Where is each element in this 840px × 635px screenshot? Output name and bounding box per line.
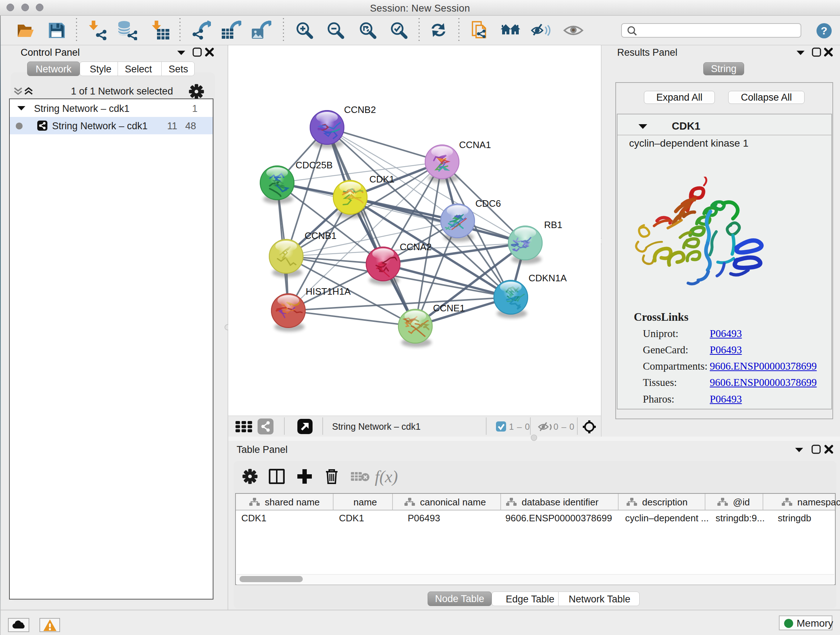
svg-text:CCNB2: CCNB2 bbox=[344, 104, 376, 115]
svg-text:?: ? bbox=[821, 25, 827, 36]
svg-text:CCNA1: CCNA1 bbox=[459, 139, 491, 150]
svg-text:CCNE1: CCNE1 bbox=[433, 302, 465, 314]
svg-text:RB1: RB1 bbox=[544, 219, 562, 230]
svg-text:HIST1H1A: HIST1H1A bbox=[306, 286, 351, 297]
svg-text:CDC25B: CDC25B bbox=[295, 160, 333, 171]
svg-text:CDC6: CDC6 bbox=[475, 198, 501, 209]
svg-text:CDK1: CDK1 bbox=[369, 174, 394, 185]
svg-text:CCNA2: CCNA2 bbox=[400, 241, 431, 252]
svg-text:CDKN1A: CDKN1A bbox=[529, 272, 567, 283]
svg-text:CCNB1: CCNB1 bbox=[305, 230, 336, 241]
